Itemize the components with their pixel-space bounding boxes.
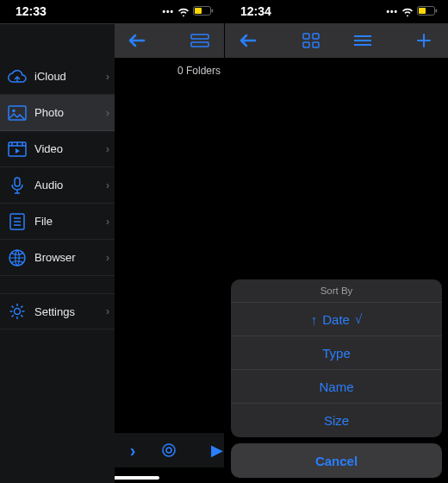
sort-option-label: Date xyxy=(322,312,350,327)
bottom-nav-button[interactable]: › xyxy=(115,436,150,464)
sort-option-name[interactable]: Name xyxy=(231,370,442,404)
back-button[interactable] xyxy=(121,27,155,54)
sidebar-item-label: Video xyxy=(34,142,106,155)
globe-icon xyxy=(7,248,28,268)
chevron-right-icon: › xyxy=(130,441,136,461)
sidebar-item-label: Audio xyxy=(34,179,106,191)
svg-point-13 xyxy=(166,448,171,453)
sort-option-type[interactable]: Type xyxy=(231,336,442,370)
status-right: ••• xyxy=(162,6,214,16)
sidebar-item-label: Browser xyxy=(34,251,106,264)
sheet-title: Sort By xyxy=(231,279,442,303)
svg-rect-8 xyxy=(15,178,20,186)
status-time: 12:33 xyxy=(16,4,47,18)
chevron-right-icon: › xyxy=(106,179,109,191)
sidebar-item-icloud[interactable]: iCloud › xyxy=(0,59,115,95)
gear-icon xyxy=(7,301,28,322)
checkmark-icon: √ xyxy=(355,312,362,327)
svg-point-11 xyxy=(15,309,21,315)
cancel-button[interactable]: Cancel xyxy=(231,443,442,478)
sidebar-item-file[interactable]: File › xyxy=(0,204,115,240)
screen-left: 12:33 ••• 0 Folders xyxy=(0,0,224,483)
svg-point-6 xyxy=(12,109,16,112)
action-sheet: Sort By ↑ Date √ Type Name Size Cancel xyxy=(231,279,442,478)
screen-right: 12:34 ••• xyxy=(224,0,448,483)
sort-option-date[interactable]: ↑ Date √ xyxy=(231,303,442,336)
sort-option-size[interactable]: Size xyxy=(231,404,442,437)
svg-rect-1 xyxy=(212,9,214,13)
sort-option-label: Size xyxy=(324,413,349,428)
cloud-icon xyxy=(7,66,28,87)
wifi-icon xyxy=(177,7,190,16)
sidebar-item-video[interactable]: Video › xyxy=(0,131,115,167)
svg-rect-2 xyxy=(195,8,202,14)
battery-icon xyxy=(193,6,214,16)
bottom-toolbar: › ▶ xyxy=(115,433,224,467)
sidebar-item-audio[interactable]: Audio › xyxy=(0,167,115,204)
view-toggle-button[interactable] xyxy=(183,27,217,54)
sheet-options-group: Sort By ↑ Date √ Type Name Size xyxy=(231,279,442,437)
chevron-right-icon: › xyxy=(106,252,109,264)
video-icon xyxy=(7,139,28,160)
sort-option-label: Name xyxy=(319,380,353,394)
sidebar-item-photo[interactable]: Photo › xyxy=(0,95,115,131)
audio-icon xyxy=(7,175,28,196)
sidebar-list: iCloud › Photo › Video › xyxy=(0,59,115,483)
sidebar-item-label: iCloud xyxy=(34,70,106,83)
sidebar-item-browser[interactable]: Browser › xyxy=(0,240,115,276)
svg-rect-4 xyxy=(191,42,208,47)
bottom-search-button[interactable] xyxy=(152,436,186,464)
file-icon xyxy=(7,211,28,232)
sidebar-item-label: Photo xyxy=(34,106,106,119)
bottom-play-button[interactable]: ▶ xyxy=(189,436,223,464)
svg-point-12 xyxy=(163,444,175,456)
arrow-left-icon xyxy=(128,34,147,47)
chevron-right-icon: › xyxy=(106,71,109,83)
signal-icon: ••• xyxy=(162,7,174,16)
sidebar-item-label: Settings xyxy=(34,305,106,318)
sort-option-label: Type xyxy=(322,346,351,361)
cancel-label: Cancel xyxy=(315,454,358,468)
chevron-right-icon: › xyxy=(106,107,109,119)
chevron-right-icon: › xyxy=(106,143,109,155)
svg-rect-3 xyxy=(191,34,208,39)
status-bar: 12:33 ••• xyxy=(0,0,224,17)
chevron-right-icon: › xyxy=(106,305,109,317)
sidebar-item-label: File xyxy=(34,215,106,228)
list-view-icon xyxy=(190,34,209,47)
photo-icon xyxy=(7,103,28,123)
sidebar-item-settings[interactable]: Settings › xyxy=(0,293,115,329)
sidebar-drawer: iCloud › Photo › Video › xyxy=(0,24,115,483)
play-icon: ▶ xyxy=(211,441,223,460)
target-icon xyxy=(160,442,177,459)
folder-count-label: 0 Folders xyxy=(177,65,221,77)
chevron-right-icon: › xyxy=(106,216,109,228)
arrow-up-icon: ↑ xyxy=(311,312,318,327)
